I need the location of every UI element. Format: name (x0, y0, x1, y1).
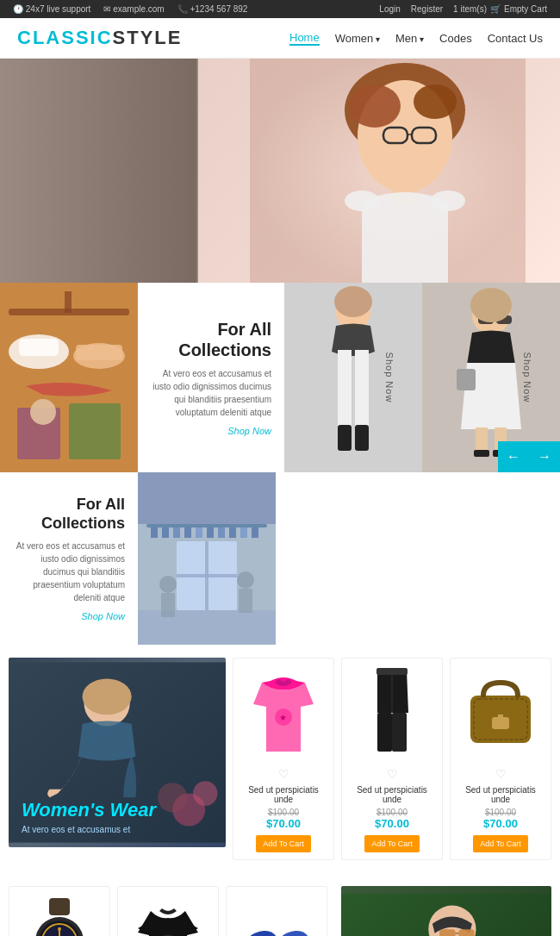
logo: CLASSICSTYLE (17, 27, 182, 49)
svg-point-55 (159, 576, 177, 593)
collections-desc-1: At vero eos et accusamus et iusto odio d… (151, 367, 271, 419)
collections-center-text: For All Collections At vero eos et accus… (138, 283, 284, 472)
svg-point-20 (30, 399, 56, 425)
product-1-image: ★ (245, 665, 322, 760)
svg-rect-49 (240, 527, 247, 538)
womens-product-3: ♡ Sed ut perspiciatis unde $100.00 $70.0… (450, 658, 551, 860)
womens-banner-text: Women's Wear At vero eos et accusamus et (22, 799, 213, 834)
mens-product-2: ♡ Sed ut perspiciatis unde $100.00 $70.0… (117, 886, 219, 936)
womens-subtitle: At vero eos et accusamus et (22, 825, 213, 834)
login-link[interactable]: Login (379, 4, 400, 14)
svg-point-10 (431, 190, 465, 211)
svg-rect-24 (355, 350, 369, 427)
svg-rect-73 (498, 714, 503, 719)
svg-rect-23 (338, 350, 352, 427)
logo-second: STYLE (113, 27, 183, 48)
slider-area: Shop Now (284, 283, 560, 472)
svg-rect-56 (161, 593, 175, 617)
hero-model-svg (250, 59, 526, 283)
pants-black-svg (370, 665, 414, 760)
hero-banner (0, 59, 560, 283)
cart-items: 1 item(s) (453, 4, 487, 14)
slide-1-shop-now[interactable]: Shop Now (385, 353, 395, 403)
cart-info[interactable]: 1 item(s) 🛒 Empty Cart (453, 4, 547, 14)
collections2-text: For All Collections At vero eos et accus… (0, 472, 138, 645)
mens-banner: Men's Wear At vero eos et accusamus et (341, 886, 551, 936)
womens-section: Women's Wear At vero eos et accusamus et… (0, 645, 560, 873)
svg-rect-19 (69, 403, 121, 459)
bag-brown-svg (462, 674, 539, 752)
slider-controls: ← → (498, 441, 560, 472)
svg-rect-45 (196, 527, 202, 538)
mens-product-1: ♡ Sed ut perspiciatis unde $100.00 $70.0… (9, 886, 110, 936)
svg-rect-68 (377, 713, 392, 752)
product-3-old-price: $100.00 (485, 808, 516, 817)
cart-label: Empty Cart (504, 4, 547, 14)
header: CLASSICSTYLE Home Women Men Codes Contac… (0, 18, 560, 59)
top-bar: 🕐 24x7 live support ✉ example.com 📞 +123… (0, 0, 560, 18)
svg-point-36 (470, 288, 512, 322)
nav-women[interactable]: Women (335, 32, 380, 45)
nav-contact[interactable]: Contact Us (488, 32, 543, 45)
svg-rect-39 (138, 472, 276, 524)
phone-icon: 📞 (177, 4, 188, 14)
svg-text:★: ★ (279, 713, 287, 722)
mens-banner-bg (341, 886, 551, 936)
svg-rect-15 (19, 339, 59, 356)
product-2-price: $70.00 (375, 817, 409, 830)
svg-rect-100 (439, 929, 455, 936)
email-icon: ✉ (103, 4, 110, 14)
nav-codes[interactable]: Codes (439, 32, 472, 45)
product-1-heart[interactable]: ♡ (278, 767, 289, 781)
svg-rect-40 (146, 524, 267, 527)
svg-rect-51 (138, 610, 276, 645)
svg-point-83 (58, 927, 61, 931)
product-3-heart[interactable]: ♡ (495, 767, 507, 781)
mens-product-3: ♡ Sed ut perspiciatis unde $100.00 $70.0… (226, 886, 327, 936)
womens-product-2: ♡ Sed ut perspiciatis unde $100.00 $70.0… (341, 658, 443, 860)
slide-1-svg (284, 283, 422, 472)
add-to-cart-btn-1[interactable]: Add To Cart (256, 835, 310, 852)
add-to-cart-btn-3[interactable]: Add To Cart (473, 835, 527, 852)
svg-rect-26 (355, 425, 369, 451)
svg-rect-54 (177, 574, 237, 577)
shop-now-link-1[interactable]: Shop Now (151, 426, 271, 436)
svg-rect-17 (76, 345, 122, 360)
svg-rect-34 (474, 450, 489, 457)
svg-rect-44 (184, 527, 191, 538)
svg-point-8 (414, 84, 457, 119)
shop-now-link-2[interactable]: Shop Now (13, 611, 125, 621)
product-3-name: Sed ut perspiciatis unde (457, 785, 544, 804)
hats-svg (0, 283, 138, 472)
svg-rect-13 (65, 291, 72, 313)
svg-rect-70 (376, 668, 408, 675)
svg-rect-75 (49, 898, 70, 915)
shoes-blue-svg (238, 902, 315, 936)
product-2-heart[interactable]: ♡ (387, 767, 398, 781)
cart-icon: 🛒 (490, 4, 501, 14)
main-nav: Home Women Men Codes Contact Us (289, 31, 543, 46)
svg-rect-72 (492, 717, 509, 729)
product-3-image (462, 665, 539, 760)
svg-rect-69 (392, 713, 407, 752)
mens-products-grid: ♡ Sed ut perspiciatis unde $100.00 $70.0… (9, 886, 327, 936)
nav-home[interactable]: Home (289, 31, 320, 46)
product-1-name: Sed ut perspiciatis unde (240, 785, 327, 804)
slide-2-shop-now[interactable]: Shop Now (523, 353, 533, 403)
product-1-old-price: $100.00 (268, 808, 299, 817)
collections-title-2: For All Collections (13, 496, 125, 533)
womens-product-1: ★ ♡ Sed ut perspiciatis unde $100.00 $70… (233, 658, 334, 860)
product-2-name: Sed ut perspiciatis unde (349, 785, 435, 804)
womens-title: Women's Wear (22, 799, 213, 821)
collections-title-1: For All Collections (151, 319, 271, 360)
slider-prev-button[interactable]: ← (498, 441, 529, 472)
svg-rect-41 (151, 527, 158, 538)
store-image (138, 472, 276, 645)
product-4-image (21, 894, 98, 936)
product-6-image (238, 894, 315, 936)
svg-point-57 (237, 571, 254, 589)
nav-men[interactable]: Men (395, 32, 424, 45)
slider-next-button[interactable]: → (529, 441, 560, 472)
register-link[interactable]: Register (411, 4, 443, 14)
add-to-cart-btn-2[interactable]: Add To Cart (364, 835, 419, 852)
